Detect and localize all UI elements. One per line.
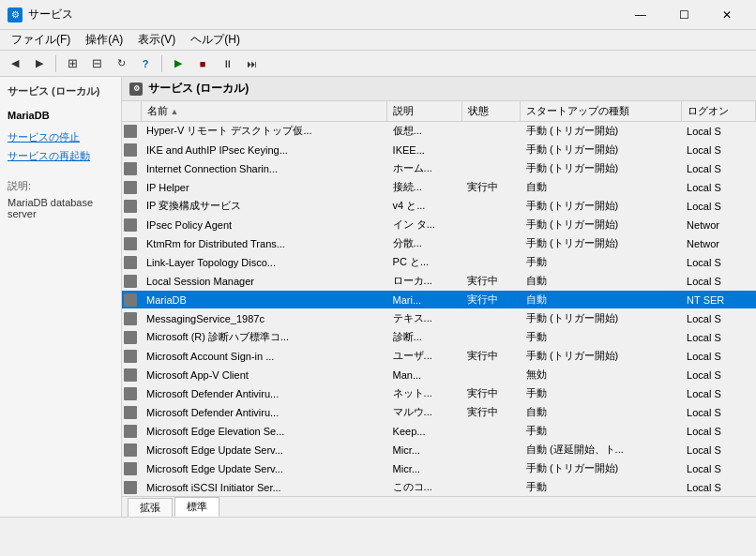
toolbar-pause[interactable]: ⏸: [216, 53, 238, 74]
table-header-row: 名前 ▲ 説明 状態 スタートアップの種類 ログオン: [122, 101, 756, 122]
service-icon-cell: [122, 141, 141, 159]
service-status: [461, 253, 521, 272]
toolbar-help[interactable]: ?: [134, 53, 157, 74]
table-row[interactable]: Link-Layer Topology Disco...PC と...手動Loc…: [122, 253, 756, 272]
service-name: Microsoft (R) 診断ハブ標準コ...: [141, 328, 387, 347]
service-status: [461, 459, 521, 478]
desc-text: MariaDB database server: [8, 197, 113, 219]
selected-service-name: MariaDB: [8, 110, 113, 121]
stop-service-link[interactable]: サービスの停止: [8, 128, 113, 147]
table-row[interactable]: Hyper-V リモート デスクトップ仮...仮想...手動 (トリガー開始)L…: [122, 122, 756, 141]
menu-help[interactable]: ヘルプ(H): [183, 30, 248, 50]
service-status: [461, 197, 521, 216]
service-table[interactable]: 名前 ▲ 説明 状態 スタートアップの種類 ログオン Hyper-V リモート …: [122, 101, 756, 496]
table-row[interactable]: Microsoft (R) 診断ハブ標準コ...診断...手動Local S: [122, 328, 756, 347]
table-row[interactable]: IP 変換構成サービスv4 と...手動 (トリガー開始)Local S: [122, 197, 756, 216]
service-desc: 分散...: [387, 234, 462, 253]
service-icon: [124, 406, 137, 419]
service-logon: Networ: [681, 234, 755, 253]
service-icon: [124, 443, 137, 457]
col-desc[interactable]: 説明: [387, 101, 462, 122]
service-startup: 手動: [521, 478, 681, 497]
table-row[interactable]: Microsoft Edge Elevation Se...Keep...手動L…: [122, 422, 756, 441]
service-name: MessagingService_1987c: [141, 309, 387, 328]
service-startup: 自動: [521, 178, 681, 197]
service-logon: Networ: [681, 216, 755, 234]
service-startup: 手動 (トリガー開始): [521, 234, 681, 253]
service-startup: 無効: [521, 366, 681, 384]
service-status: [461, 141, 521, 159]
table-row[interactable]: Microsoft iSCSI Initiator Ser...このコ...手動…: [122, 478, 756, 497]
toolbar-stop[interactable]: ■: [191, 53, 214, 74]
title-bar: ⚙ サービス — ☐ ✕: [0, 0, 756, 30]
menu-action[interactable]: 操作(A): [78, 30, 130, 50]
close-button[interactable]: ✕: [705, 0, 748, 30]
toolbar-forward[interactable]: ▶: [28, 53, 51, 74]
toolbar-up[interactable]: ⊞: [61, 53, 83, 74]
table-row[interactable]: IKE and AuthIP IPsec Keying...IKEE...手動 …: [122, 141, 756, 159]
desc-section: 説明: MariaDB database server: [8, 179, 113, 219]
desc-label: 説明:: [8, 179, 113, 193]
col-startup[interactable]: スタートアップの種類: [521, 101, 681, 122]
service-desc: PC と...: [387, 253, 462, 272]
tab-extended[interactable]: 拡張: [128, 498, 173, 517]
service-icon-cell: [122, 366, 141, 384]
service-icon-cell: [122, 291, 141, 309]
service-name: Microsoft Edge Elevation Se...: [141, 422, 387, 441]
table-row[interactable]: MessagingService_1987cテキス...手動 (トリガー開始)L…: [122, 309, 756, 328]
col-status[interactable]: 状態: [461, 101, 521, 122]
table-row[interactable]: Microsoft Edge Update Serv...Micr...手動 (…: [122, 459, 756, 478]
service-icon: [124, 162, 137, 175]
service-logon: Local S: [681, 459, 755, 478]
menu-bar: ファイル(F) 操作(A) 表示(V) ヘルプ(H): [0, 30, 756, 51]
service-logon: Local S: [681, 422, 755, 441]
toolbar-grid[interactable]: ⊟: [85, 53, 108, 74]
service-icon: [124, 256, 137, 269]
service-startup: 手動 (トリガー開始): [521, 197, 681, 216]
table-row[interactable]: Microsoft Account Sign-in ...ユーザ...実行中手動…: [122, 347, 756, 366]
restart-service-link[interactable]: サービスの再起動: [8, 147, 113, 166]
tab-standard[interactable]: 標準: [174, 497, 219, 517]
table-row[interactable]: Internet Connection Sharin...ホーム...手動 (ト…: [122, 159, 756, 178]
window-controls: — ☐ ✕: [619, 0, 748, 30]
service-desc: マルウ...: [387, 403, 462, 422]
service-logon: Local S: [681, 441, 755, 459]
service-logon: Local S: [681, 197, 755, 216]
service-startup: 自動: [521, 291, 681, 309]
table-row[interactable]: KtmRm for Distributed Trans...分散...手動 (ト…: [122, 234, 756, 253]
service-icon: [124, 331, 137, 344]
service-name: MariaDB: [141, 291, 387, 309]
service-desc: ローカ...: [387, 272, 462, 291]
col-icon[interactable]: [122, 101, 141, 122]
service-name: Hyper-V リモート デスクトップ仮...: [141, 122, 387, 141]
table-row[interactable]: Microsoft App-V ClientMan...無効Local S: [122, 366, 756, 384]
toolbar-restart[interactable]: ⏭: [240, 53, 263, 74]
toolbar-refresh[interactable]: ↻: [110, 53, 132, 74]
service-icon-cell: [122, 478, 141, 497]
table-row[interactable]: IP Helper接続...実行中自動Local S: [122, 178, 756, 197]
table-row[interactable]: Microsoft Defender Antiviru...マルウ...実行中自…: [122, 403, 756, 422]
maximize-button[interactable]: ☐: [662, 0, 705, 30]
menu-view[interactable]: 表示(V): [130, 30, 183, 50]
menu-file[interactable]: ファイル(F): [4, 30, 78, 50]
table-row[interactable]: Microsoft Defender Antiviru...ネット...実行中手…: [122, 384, 756, 403]
table-row[interactable]: Microsoft Edge Update Serv...Micr...自動 (…: [122, 441, 756, 459]
service-icon-cell: [122, 178, 141, 197]
col-name[interactable]: 名前 ▲: [141, 101, 387, 122]
service-startup: 手動: [521, 384, 681, 403]
table-row[interactable]: MariaDBMari...実行中自動NT SER: [122, 291, 756, 309]
table-row[interactable]: IPsec Policy Agentイン タ...手動 (トリガー開始)Netw…: [122, 216, 756, 234]
service-logon: Local S: [681, 309, 755, 328]
col-logon[interactable]: ログオン: [681, 101, 755, 122]
toolbar-play[interactable]: ▶: [167, 53, 189, 74]
toolbar-sep-1: [55, 55, 56, 72]
service-desc: Keep...: [387, 422, 462, 441]
service-status: [461, 122, 521, 141]
toolbar-back[interactable]: ◀: [4, 53, 26, 74]
minimize-button[interactable]: —: [619, 0, 662, 30]
service-icon: [124, 481, 137, 494]
service-icon: [124, 387, 137, 400]
panel-header: ⚙ サービス (ローカル): [122, 77, 756, 101]
service-startup: 手動: [521, 422, 681, 441]
table-row[interactable]: Local Session Managerローカ...実行中自動Local S: [122, 272, 756, 291]
